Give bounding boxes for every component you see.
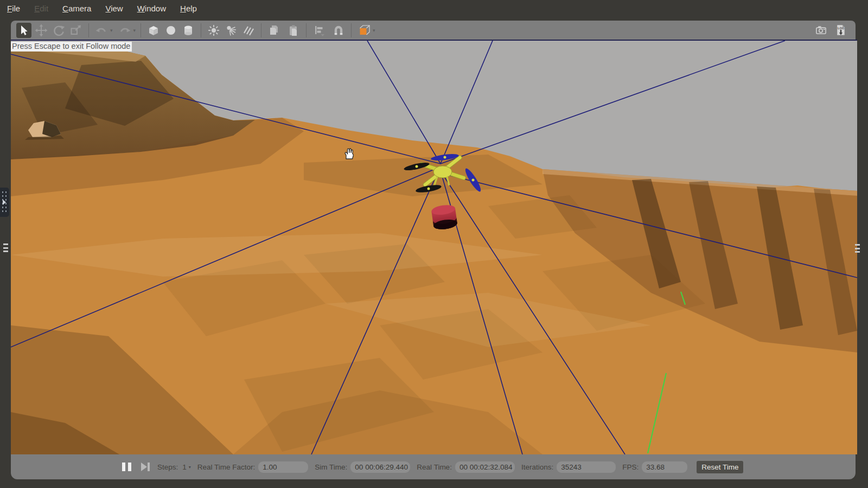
steps-spinner-arrow[interactable]: ▾	[189, 465, 191, 470]
point-light-button[interactable]	[206, 23, 221, 38]
cylinder-shape-icon	[181, 23, 195, 37]
svg-text:LOG: LOG	[838, 27, 845, 30]
rtf-value: 1.00	[258, 461, 308, 473]
copy-icon	[267, 23, 281, 37]
copy-button[interactable]	[266, 23, 282, 38]
left-panel-toggle[interactable]	[0, 188, 9, 217]
pause-button[interactable]	[122, 463, 131, 471]
menu-help[interactable]: Help	[180, 4, 197, 13]
view-dropdown-arrow[interactable]: ▾	[373, 28, 375, 33]
point-light-icon	[207, 23, 221, 37]
view-cube-icon	[357, 23, 371, 37]
log-record-button[interactable]: LOG	[833, 23, 848, 38]
status-bar: Steps: 1 ▾ Real Time Factor: 1.00 Sim Ti…	[11, 454, 856, 479]
menu-file[interactable]: File	[7, 4, 20, 13]
sim-time-value: 00 00:06:29.440	[350, 461, 410, 473]
paste-button[interactable]	[286, 23, 301, 38]
fps-value: 33.68	[642, 461, 687, 473]
magnet-icon	[331, 23, 346, 37]
spot-light-icon	[224, 23, 238, 37]
box-shape-icon	[146, 23, 161, 37]
red-cylinder-payload[interactable]	[431, 204, 458, 231]
step-icon	[141, 463, 147, 471]
log-record-icon: LOG	[834, 23, 847, 37]
fps-label: FPS:	[622, 463, 639, 471]
left-splitter-grip[interactable]	[3, 243, 8, 252]
toolbar: ▾ ▾	[11, 21, 856, 40]
menu-camera[interactable]: Camera	[62, 4, 91, 13]
pause-icon	[128, 463, 131, 471]
expand-arrow-icon	[3, 200, 6, 205]
align-icon	[312, 23, 326, 37]
insert-cylinder-button[interactable]	[181, 23, 196, 38]
menu-window[interactable]: Window	[137, 4, 166, 13]
spot-light-button[interactable]	[224, 23, 239, 38]
paste-icon	[286, 23, 301, 37]
step-button[interactable]	[141, 463, 150, 471]
directional-light-icon	[241, 23, 256, 37]
redo-dropdown-arrow[interactable]: ▾	[133, 28, 136, 33]
camera-icon	[814, 23, 828, 37]
real-time-value: 00 00:02:32.084	[455, 461, 515, 473]
iterations-value: 35243	[557, 461, 616, 473]
redo-button[interactable]	[117, 23, 132, 38]
select-tool-button[interactable]	[16, 23, 31, 38]
reset-time-button[interactable]: Reset Time	[697, 461, 743, 473]
insert-sphere-button[interactable]	[163, 23, 178, 38]
steps-value[interactable]: 1	[182, 463, 187, 471]
insert-box-button[interactable]	[146, 23, 161, 38]
screenshot-button[interactable]	[813, 23, 828, 38]
move-arrows-icon	[34, 23, 48, 37]
menu-edit: Edit	[34, 4, 48, 13]
real-time-label: Real Time:	[417, 463, 452, 471]
terrain-scene	[11, 41, 857, 454]
snap-button[interactable]	[331, 23, 346, 38]
scale-tool-button[interactable]	[68, 23, 84, 38]
select-arrow-icon	[17, 23, 31, 37]
follow-mode-banner: Press Escape to exit Follow mode	[11, 42, 132, 52]
hand-cursor	[342, 146, 356, 160]
undo-button[interactable]	[94, 23, 109, 38]
align-button[interactable]	[311, 23, 327, 38]
translate-tool-button[interactable]	[34, 23, 49, 38]
render-viewport[interactable]: Press Escape to exit Follow mode	[11, 40, 857, 454]
rotate-icon	[52, 23, 66, 37]
menu-bar: File Edit Camera View Window Help	[0, 0, 868, 16]
pause-icon	[122, 463, 125, 471]
right-splitter-grip[interactable]	[855, 244, 860, 253]
steps-label: Steps:	[157, 463, 178, 471]
change-view-button[interactable]	[356, 23, 372, 38]
directional-light-button[interactable]	[241, 23, 256, 38]
rtf-label: Real Time Factor:	[197, 463, 256, 471]
scale-icon	[69, 23, 83, 37]
step-icon-bar	[148, 463, 150, 471]
sim-time-label: Sim Time:	[315, 463, 347, 471]
redo-icon	[118, 23, 132, 37]
rotate-tool-button[interactable]	[51, 23, 66, 38]
iterations-label: Iterations:	[521, 463, 553, 471]
undo-dropdown-arrow[interactable]: ▾	[110, 28, 113, 33]
sphere-shape-icon	[164, 23, 178, 37]
undo-icon	[94, 23, 108, 37]
menu-view[interactable]: View	[105, 4, 123, 13]
